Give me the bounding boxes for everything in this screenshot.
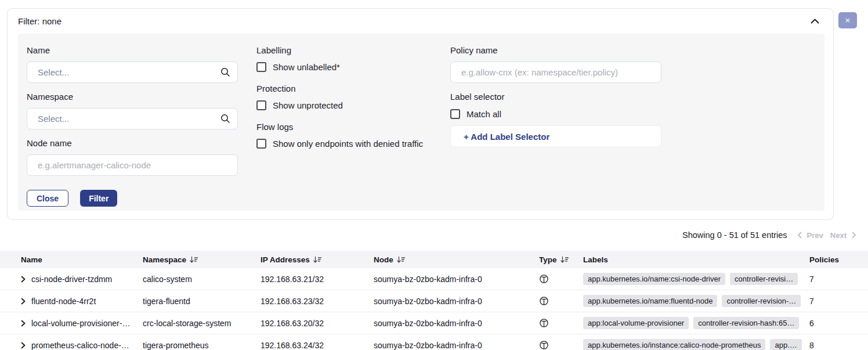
chevron-left-icon[interactable] [795, 232, 804, 239]
endpoint-ip: 192.168.63.21/32 [261, 275, 374, 284]
label-chip[interactable]: app.kubernetes.io/instance:calico-node-p… [583, 339, 765, 350]
prev-page-link[interactable]: Prev [804, 231, 827, 240]
column-header-node[interactable]: Node [374, 255, 539, 264]
filter-column-3: Policy name Label selector Match all + A… [450, 45, 661, 211]
endpoints-table: Name Namespace IP Addresses Node [0, 251, 868, 350]
table-row[interactable]: fluentd-node-4rr2t tigera-fluentd 192.16… [0, 290, 868, 312]
endpoint-namespace: tigera-fluentd [143, 297, 261, 306]
node-name-field-label: Node name [27, 138, 238, 148]
pod-icon [539, 296, 583, 306]
search-icon [220, 67, 230, 77]
table-row[interactable]: prometheus-calico-node-… tigera-promethe… [0, 334, 868, 350]
label-selector-section-label: Label selector [450, 92, 661, 102]
column-header-type[interactable]: Type [539, 255, 583, 264]
show-unlabelled-checkbox[interactable] [256, 62, 266, 72]
search-icon [220, 114, 230, 124]
filter-button[interactable]: Filter [80, 190, 117, 207]
endpoint-name[interactable]: csi-node-driver-tzdmm [31, 275, 117, 284]
policy-name-input[interactable] [450, 62, 661, 83]
sort-icon[interactable] [397, 256, 405, 264]
endpoint-name[interactable]: prometheus-calico-node-… [31, 341, 134, 350]
label-chip[interactable]: app.… [770, 339, 801, 350]
filter-panel: Filter: none Name Namespace [7, 8, 834, 220]
expand-row-icon[interactable] [21, 276, 26, 283]
match-all-label: Match all [466, 109, 501, 119]
namespace-field-label: Namespace [27, 92, 238, 102]
endpoint-ip: 192.168.63.24/32 [261, 341, 374, 350]
endpoint-node: soumya-bz-0zbo-kadm-infra-0 [374, 341, 539, 350]
label-chip[interactable]: app.kubernetes.io/name:csi-node-driver [583, 273, 725, 285]
column-header-policies: Policies [809, 255, 868, 264]
endpoint-policies-count: 7 [809, 297, 868, 306]
endpoint-node: soumya-bz-0zbo-kadm-infra-0 [374, 319, 539, 328]
chevron-up-icon [811, 17, 819, 26]
endpoint-node: soumya-bz-0zbo-kadm-infra-0 [374, 275, 539, 284]
filter-column-1: Name Namespace Node name [27, 45, 238, 211]
label-chip[interactable]: app:local-volume-provisioner [583, 317, 689, 329]
labelling-section-label: Labelling [256, 45, 432, 55]
pagination-bar: Showing 0 - 51 of 51 entries Prev Next [682, 230, 858, 240]
column-header-labels: Labels [583, 255, 809, 264]
add-label-selector-button[interactable]: + Add Label Selector [450, 125, 661, 147]
column-header-name[interactable]: Name [21, 255, 143, 264]
endpoint-policies-count: 8 [809, 341, 868, 350]
dismiss-filter-button[interactable]: × [838, 12, 857, 28]
endpoint-namespace: crc-local-storage-system [143, 319, 261, 328]
endpoint-ip: 192.168.63.23/32 [261, 297, 374, 306]
pod-icon [539, 340, 583, 350]
filter-title: Filter: none [18, 16, 62, 26]
table-row[interactable]: csi-node-driver-tzdmm calico-system 192.… [0, 268, 868, 290]
match-all-checkbox[interactable] [450, 109, 460, 119]
filter-panel-header: Filter: none [8, 9, 833, 26]
expand-row-icon[interactable] [21, 320, 26, 327]
label-chip[interactable]: app.kubernetes.io/name:fluentd-node [583, 295, 717, 307]
sort-icon[interactable] [190, 256, 198, 264]
entries-summary: Showing 0 - 51 of 51 entries [682, 230, 787, 240]
endpoint-namespace: calico-system [143, 275, 261, 284]
pod-icon [539, 318, 583, 328]
table-header-row: Name Namespace IP Addresses Node [0, 251, 868, 268]
endpoint-policies-count: 6 [809, 319, 868, 328]
endpoints-page: Filter: none Name Namespace [0, 0, 868, 350]
table-row[interactable]: local-volume-provisioner-… crc-local-sto… [0, 312, 868, 334]
denied-traffic-label: Show only endpoints with denied traffic [273, 139, 423, 149]
name-field-label: Name [27, 45, 238, 55]
namespace-select-input[interactable] [27, 108, 238, 129]
endpoint-node: soumya-bz-0zbo-kadm-infra-0 [374, 297, 539, 306]
endpoint-namespace: tigera-prometheus [143, 341, 261, 350]
name-select-input[interactable] [27, 62, 238, 83]
pod-icon [539, 274, 583, 284]
filter-form: Name Namespace Node name [18, 34, 824, 211]
chevron-right-icon[interactable] [850, 232, 858, 239]
flow-logs-section-label: Flow logs [256, 122, 432, 132]
column-header-namespace[interactable]: Namespace [143, 255, 261, 264]
close-button[interactable]: Close [27, 190, 68, 207]
denied-traffic-checkbox[interactable] [256, 139, 266, 149]
node-name-input[interactable] [27, 154, 238, 176]
protection-section-label: Protection [256, 84, 432, 93]
sort-icon[interactable] [313, 256, 321, 264]
next-page-link[interactable]: Next [827, 231, 850, 240]
column-header-ip-addresses[interactable]: IP Addresses [261, 255, 374, 264]
collapse-panel-button[interactable] [808, 16, 822, 26]
label-chip[interactable]: controller-revision-… [722, 295, 801, 307]
sort-icon[interactable] [560, 256, 569, 264]
expand-row-icon[interactable] [21, 342, 26, 349]
filter-column-2: Labelling Show unlabelled* Protection Sh… [256, 45, 432, 211]
policy-name-field-label: Policy name [450, 45, 661, 55]
expand-row-icon[interactable] [21, 298, 26, 305]
show-unprotected-checkbox[interactable] [256, 100, 266, 110]
endpoint-name[interactable]: fluentd-node-4rr2t [31, 297, 100, 306]
endpoint-name[interactable]: local-volume-provisioner-… [31, 319, 135, 328]
label-chip[interactable]: controller-revisi… [730, 273, 798, 285]
close-icon: × [845, 15, 851, 25]
show-unlabelled-label: Show unlabelled* [273, 62, 340, 72]
endpoint-policies-count: 7 [809, 275, 868, 284]
endpoint-ip: 192.168.63.20/32 [261, 319, 374, 328]
show-unprotected-label: Show unprotected [273, 100, 343, 110]
label-chip[interactable]: controller-revision-hash:65… [693, 317, 799, 329]
